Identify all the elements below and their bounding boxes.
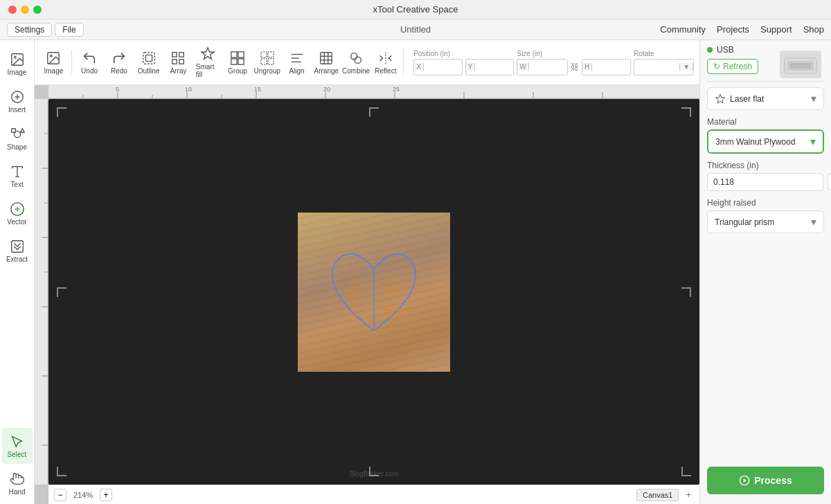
- minimize-button[interactable]: [21, 6, 29, 14]
- svg-text:15: 15: [254, 86, 261, 93]
- zoom-in-button[interactable]: +: [100, 489, 112, 501]
- canvas-tab[interactable]: Canvas1: [636, 489, 679, 501]
- select-icon: [10, 434, 25, 449]
- sidebar-item-vector[interactable]: Vector: [2, 195, 33, 231]
- text-label: Text: [10, 181, 23, 188]
- group-tool[interactable]: Group: [224, 48, 251, 78]
- height-selector[interactable]: Triangular prism ▾: [707, 210, 824, 233]
- svg-rect-40: [790, 63, 811, 69]
- sidebar-item-hand[interactable]: Hand: [2, 465, 33, 501]
- svg-text:- Hermann: - Hermann: [382, 306, 405, 312]
- svg-rect-4: [172, 52, 177, 56]
- sidebar-item-insert[interactable]: Insert: [2, 83, 33, 119]
- svg-point-28: [14, 56, 16, 58]
- w-input[interactable]: [529, 60, 567, 75]
- rotate-label: Rotate: [634, 50, 694, 57]
- sidebar-item-extract[interactable]: Extract: [2, 233, 33, 269]
- canvas-workspace[interactable]: If I know what love is, it is because of…: [48, 99, 699, 485]
- svg-text:Hesse: Hesse: [386, 313, 400, 319]
- ungroup-tool[interactable]: Ungroup: [253, 48, 280, 78]
- reflect-tool[interactable]: Reflect: [372, 48, 399, 78]
- rotate-wrap: ▼: [634, 59, 694, 75]
- link-icon[interactable]: ⛓: [571, 62, 579, 72]
- wood-piece[interactable]: If I know what love is, it is because of…: [298, 213, 450, 372]
- laser-selector[interactable]: Laser flat ▾: [707, 87, 824, 110]
- thickness-panel-label: Thickness (in): [707, 161, 824, 170]
- arrange-label: Arrange: [314, 67, 339, 75]
- sidebar-item-select[interactable]: Select: [2, 428, 33, 464]
- file-menu[interactable]: File: [55, 23, 83, 37]
- undo-tool[interactable]: Undo: [76, 48, 103, 78]
- material-chevron-icon: ▾: [810, 135, 816, 148]
- svg-marker-43: [744, 478, 747, 482]
- h-field-wrap: H: [582, 59, 631, 75]
- bottom-bar: − 214% + Canvas1 +: [48, 485, 699, 504]
- traffic-lights: [8, 6, 42, 14]
- thickness-row: Auto-measure: [707, 173, 824, 191]
- close-button[interactable]: [8, 6, 17, 14]
- svg-rect-13: [268, 51, 274, 57]
- svg-rect-7: [179, 59, 184, 63]
- projects-link[interactable]: Projects: [717, 24, 749, 35]
- status-indicator: [707, 47, 713, 53]
- svg-marker-41: [715, 94, 724, 103]
- refresh-button[interactable]: ↻ Refresh: [707, 59, 758, 74]
- x-input[interactable]: [424, 60, 462, 75]
- add-tab-button[interactable]: +: [683, 489, 694, 500]
- svg-text:what: what: [348, 295, 361, 302]
- material-selector[interactable]: 3mm Walnut Plywood ▾: [707, 129, 824, 154]
- main-toolbar: Image Undo Redo Outline Array Smart fill…: [35, 40, 699, 85]
- ruler-v-svg: [35, 99, 48, 485]
- array-tool[interactable]: Array: [165, 48, 192, 78]
- maximize-button[interactable]: [33, 6, 42, 14]
- svg-text:20: 20: [323, 86, 330, 93]
- height-type-value: Triangular prism: [715, 217, 774, 227]
- svg-rect-12: [261, 51, 267, 57]
- svg-rect-10: [231, 58, 237, 64]
- svg-text:25: 25: [393, 86, 400, 93]
- undo-icon: [82, 51, 97, 66]
- smart-fill-label: Smart fill: [196, 63, 220, 78]
- support-link[interactable]: Support: [760, 24, 792, 35]
- process-button[interactable]: Process: [707, 467, 824, 494]
- title-bar: xTool Creative Space: [0, 0, 831, 19]
- community-link[interactable]: Community: [660, 24, 706, 35]
- sidebar-item-shape[interactable]: Shape: [2, 120, 33, 156]
- align-label: Align: [289, 67, 304, 75]
- sidebar-item-image[interactable]: Image: [2, 46, 33, 82]
- image-tool[interactable]: Image: [40, 48, 67, 78]
- thickness-input[interactable]: [707, 173, 823, 191]
- corner-marker-mr: [681, 287, 691, 297]
- ruler-h-svg: 5 10 15 20 25: [48, 85, 699, 99]
- shop-link[interactable]: Shop: [803, 24, 824, 35]
- position-group: Position (in) X Y: [413, 50, 514, 75]
- h-input[interactable]: [592, 60, 630, 75]
- arrange-tool[interactable]: Arrange: [313, 48, 340, 78]
- svg-rect-6: [172, 59, 177, 63]
- sidebar-item-text[interactable]: Text: [2, 158, 33, 194]
- combine-tool[interactable]: Combine: [343, 48, 370, 78]
- align-tool[interactable]: Align: [283, 48, 310, 78]
- corner-marker-br: [681, 467, 691, 476]
- svg-point-24: [351, 53, 357, 59]
- settings-menu[interactable]: Settings: [7, 23, 52, 37]
- smart-fill-tool[interactable]: Smart fill: [195, 44, 222, 81]
- zoom-out-button[interactable]: −: [54, 489, 66, 501]
- redo-tool[interactable]: Redo: [105, 48, 132, 78]
- outline-tool[interactable]: Outline: [135, 48, 162, 78]
- svg-rect-3: [145, 55, 152, 61]
- y-input[interactable]: [475, 60, 513, 75]
- connection-type: USB: [717, 45, 734, 55]
- auto-measure-button[interactable]: Auto-measure: [828, 174, 831, 190]
- hand-icon: [10, 471, 25, 487]
- rotate-input[interactable]: [634, 60, 679, 75]
- extract-label: Extract: [6, 255, 28, 263]
- group-label: Group: [228, 67, 247, 75]
- laser-type-label: Laser flat: [730, 94, 764, 104]
- reflect-label: Reflect: [375, 67, 396, 75]
- watermark: BlogBraker.com: [350, 470, 399, 478]
- redo-label: Redo: [111, 67, 127, 75]
- corner-marker-tm: [369, 107, 379, 117]
- outline-label: Outline: [138, 67, 160, 75]
- process-icon: [739, 475, 750, 486]
